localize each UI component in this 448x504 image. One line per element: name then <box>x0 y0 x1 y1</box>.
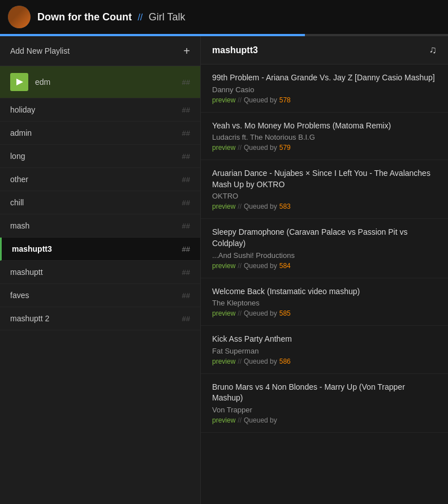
track-title-4: Welcome Back (Instamatic video mashup) <box>212 286 437 298</box>
track-list: 99th Problem - Ariana Grande Vs. Jay Z [… <box>201 64 448 504</box>
sidebar-item-hash-other: ## <box>182 175 190 184</box>
add-playlist-label: Add New Playlist <box>10 46 70 55</box>
play-indicator <box>10 73 28 91</box>
track-meta-separator-4: // <box>238 309 242 317</box>
sidebar-item-name-mash: mash <box>10 221 178 230</box>
sidebar-item-long[interactable]: long## <box>0 145 200 168</box>
playlist-title: mashuptt3 <box>212 45 258 55</box>
track-title-1: Yeah vs. Mo Money Mo Problems (Matoma Re… <box>212 120 437 132</box>
progress-bar-container[interactable] <box>0 34 448 36</box>
sidebar-item-chill[interactable]: chill## <box>0 191 200 214</box>
track-queued-num-1: 579 <box>279 144 291 152</box>
track-preview-5[interactable]: preview <box>212 357 235 365</box>
sidebar-item-hash-mash: ## <box>182 222 190 230</box>
track-artist-2: OKTRO <box>212 192 437 200</box>
track-meta-5: preview // Queued by586 <box>212 357 437 365</box>
sidebar-item-name-other: other <box>10 175 178 184</box>
track-preview-1[interactable]: preview <box>212 144 235 152</box>
track-item-2[interactable]: Aruarian Dance - Nujabes × Since I Left … <box>201 160 448 219</box>
track-title-3: Sleepy Dramophone (Caravan Palace vs Pas… <box>212 227 437 249</box>
app-header: Down for the Count // Girl Talk <box>0 0 448 34</box>
track-artist-4: The Kleptones <box>212 299 437 307</box>
track-artist-5: Fat Superman <box>212 347 437 355</box>
track-queued-label-5: Queued by <box>244 357 277 365</box>
main-layout: Add New Playlist + edm##holiday##admin##… <box>0 36 448 504</box>
sidebar-item-name-mashuptt2: mashuptt 2 <box>10 314 178 323</box>
track-preview-0[interactable]: preview <box>212 96 235 104</box>
track-artist-3: ...And Sushi! Productions <box>212 251 437 260</box>
sidebar-item-mashuptt[interactable]: mashuptt## <box>0 261 200 284</box>
sidebar-item-mashuptt2[interactable]: mashuptt 2## <box>0 307 200 330</box>
track-preview-2[interactable]: preview <box>212 203 235 210</box>
track-preview-6[interactable]: preview <box>212 416 235 424</box>
track-item-1[interactable]: Yeah vs. Mo Money Mo Problems (Matoma Re… <box>201 113 448 161</box>
track-preview-3[interactable]: preview <box>212 262 235 270</box>
sidebar-item-mashuptt3[interactable]: mashuptt3## <box>0 238 200 261</box>
sidebar-item-hash-chill: ## <box>182 199 190 207</box>
track-title-6: Bruno Mars vs 4 Non Blondes - Marry Up (… <box>212 382 437 404</box>
track-artist-0: Danny Casio <box>212 85 437 94</box>
sidebar-item-holiday[interactable]: holiday## <box>0 98 200 122</box>
sidebar-item-name-mashuptt: mashuptt <box>10 268 178 277</box>
track-queued-label-1: Queued by <box>244 144 277 152</box>
sidebar-item-other[interactable]: other## <box>0 168 200 191</box>
track-title-0: 99th Problem - Ariana Grande Vs. Jay Z [… <box>212 72 437 84</box>
sidebar-item-hash-long: ## <box>182 152 190 161</box>
sidebar-item-hash-mashuptt3: ## <box>182 245 190 253</box>
track-queued-label-2: Queued by <box>244 203 277 210</box>
track-queued-num-5: 586 <box>279 357 291 365</box>
header-title-group: Down for the Count // Girl Talk <box>37 11 185 23</box>
play-triangle-icon <box>16 79 23 85</box>
track-artist-6: Von Trapper <box>212 406 437 414</box>
sidebar-item-hash-faves: ## <box>182 291 190 300</box>
track-queued-num-3: 584 <box>279 262 291 270</box>
sidebar-item-name-holiday: holiday <box>10 105 178 114</box>
sidebar-item-faves[interactable]: faves## <box>0 284 200 307</box>
sidebar-list: edm##holiday##admin##long##other##chill#… <box>0 66 200 504</box>
sidebar-header: Add New Playlist + <box>0 36 200 66</box>
sidebar-item-hash-edm: ## <box>182 78 190 87</box>
avatar <box>8 6 31 28</box>
add-playlist-button[interactable]: + <box>183 45 190 57</box>
track-meta-4: preview // Queued by585 <box>212 309 437 317</box>
track-queued-num-4: 585 <box>279 309 291 317</box>
track-meta-2: preview // Queued by583 <box>212 203 437 210</box>
track-meta-separator-3: // <box>238 262 242 270</box>
track-meta-1: preview // Queued by579 <box>212 144 437 152</box>
sidebar-item-edm[interactable]: edm## <box>0 66 200 98</box>
track-queued-label-0: Queued by <box>244 96 277 104</box>
track-item-6[interactable]: Bruno Mars vs 4 Non Blondes - Marry Up (… <box>201 374 448 433</box>
track-item-5[interactable]: Kick Ass Party AnthemFat Supermanpreview… <box>201 326 448 374</box>
sidebar-item-mash[interactable]: mash## <box>0 214 200 238</box>
track-meta-6: preview // Queued by <box>212 416 437 424</box>
track-meta-separator-0: // <box>238 96 242 104</box>
sidebar-item-admin[interactable]: admin## <box>0 122 200 145</box>
sidebar-item-name-faves: faves <box>10 291 178 300</box>
progress-bar-fill <box>0 34 305 36</box>
track-queued-num-0: 578 <box>279 96 291 104</box>
track-item-3[interactable]: Sleepy Dramophone (Caravan Palace vs Pas… <box>201 219 448 278</box>
track-queued-label-4: Queued by <box>244 309 277 317</box>
track-preview-4[interactable]: preview <box>212 309 235 317</box>
track-meta-separator-2: // <box>238 203 242 210</box>
now-playing-title: Down for the Count <box>37 11 132 23</box>
content-header: mashuptt3 ♫ <box>201 36 448 64</box>
track-meta-separator-6: // <box>238 416 242 424</box>
track-meta-separator-1: // <box>238 144 242 152</box>
sidebar-item-name-mashuptt3: mashuptt3 <box>12 244 178 253</box>
header-separator: // <box>137 12 143 22</box>
sidebar-item-name-edm: edm <box>35 77 178 87</box>
sidebar-item-hash-holiday: ## <box>182 106 190 114</box>
sidebar: Add New Playlist + edm##holiday##admin##… <box>0 36 201 504</box>
music-note-icon[interactable]: ♫ <box>429 44 437 56</box>
track-item-0[interactable]: 99th Problem - Ariana Grande Vs. Jay Z [… <box>201 64 448 113</box>
track-title-2: Aruarian Dance - Nujabes × Since I Left … <box>212 168 437 190</box>
sidebar-item-name-chill: chill <box>10 198 178 207</box>
track-title-5: Kick Ass Party Anthem <box>212 334 437 345</box>
track-meta-0: preview // Queued by578 <box>212 96 437 104</box>
track-item-4[interactable]: Welcome Back (Instamatic video mashup)Th… <box>201 278 448 326</box>
sidebar-item-name-admin: admin <box>10 128 178 137</box>
track-queued-label-6: Queued by <box>244 416 277 424</box>
track-meta-3: preview // Queued by584 <box>212 262 437 270</box>
track-artist-1: Ludacris ft. The Notorious B.I.G <box>212 133 437 141</box>
